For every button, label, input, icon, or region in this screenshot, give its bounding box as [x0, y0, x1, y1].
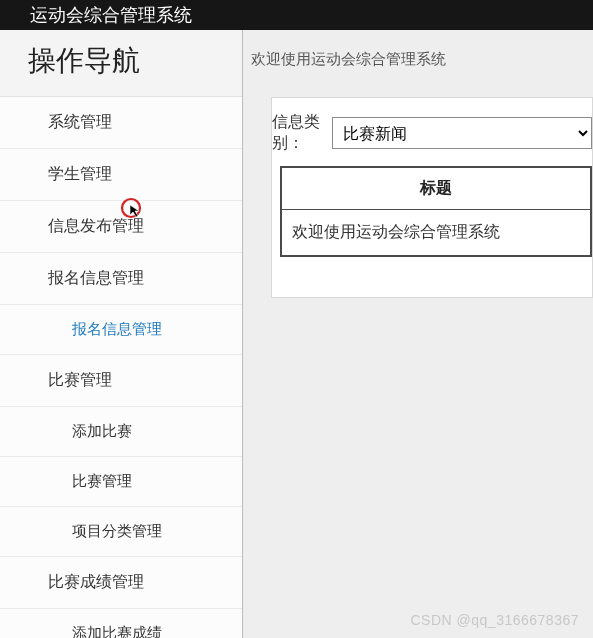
nav-list: 系统管理学生管理信息发布管理报名信息管理报名信息管理比赛管理添加比赛比赛管理项目…	[0, 97, 242, 638]
filter-label: 信息类别：	[272, 112, 326, 154]
app-header: 运动会综合管理系统	[0, 0, 593, 30]
nav-item-1[interactable]: 学生管理	[0, 149, 242, 201]
nav-item-0[interactable]: 系统管理	[0, 97, 242, 149]
nav-item-4[interactable]: 报名信息管理	[0, 305, 242, 355]
sidebar: 操作导航 系统管理学生管理信息发布管理报名信息管理报名信息管理比赛管理添加比赛比…	[0, 30, 243, 638]
watermark: CSDN @qq_3166678367	[411, 612, 580, 628]
nav-item-10[interactable]: 添加比赛成绩	[0, 609, 242, 638]
nav-item-2[interactable]: 信息发布管理	[0, 201, 242, 253]
table-cell-title: 欢迎使用运动会综合管理系统	[281, 210, 591, 257]
data-table: 标题 欢迎使用运动会综合管理系统	[280, 166, 592, 257]
nav-item-9[interactable]: 比赛成绩管理	[0, 557, 242, 609]
nav-item-7[interactable]: 比赛管理	[0, 457, 242, 507]
table-header-title: 标题	[281, 167, 591, 210]
nav-item-8[interactable]: 项目分类管理	[0, 507, 242, 557]
breadcrumb: 欢迎使用运动会综合管理系统	[243, 30, 593, 77]
panel: 信息类别： 比赛新闻 标题 欢迎使用运动会综合管理系统	[271, 97, 593, 298]
nav-item-5[interactable]: 比赛管理	[0, 355, 242, 407]
nav-item-6[interactable]: 添加比赛	[0, 407, 242, 457]
content-area: 欢迎使用运动会综合管理系统 信息类别： 比赛新闻 标题 欢迎使用运动会综合管理系…	[243, 30, 593, 638]
nav-item-3[interactable]: 报名信息管理	[0, 253, 242, 305]
filter-row: 信息类别： 比赛新闻	[254, 112, 592, 166]
table-row[interactable]: 欢迎使用运动会综合管理系统	[281, 210, 591, 257]
app-title: 运动会综合管理系统	[30, 3, 192, 27]
sidebar-title: 操作导航	[0, 30, 242, 97]
info-category-select[interactable]: 比赛新闻	[332, 117, 592, 149]
